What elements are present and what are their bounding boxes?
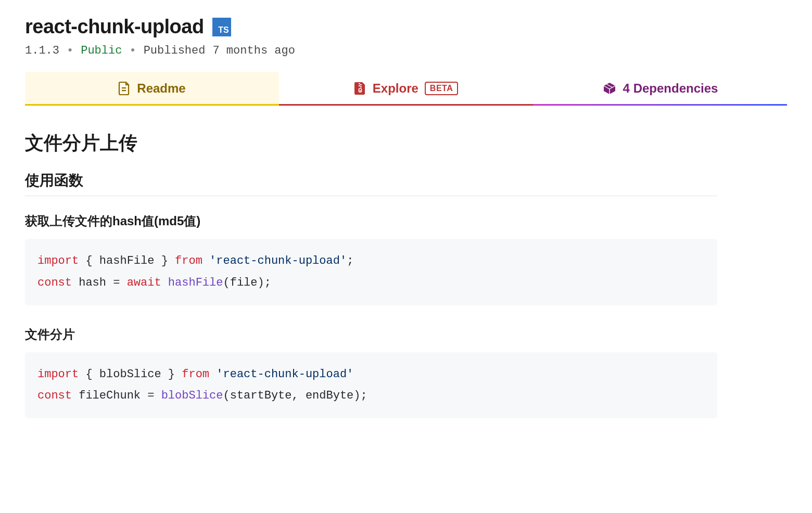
package-meta: 1.1.3 • Public • Published 7 months ago xyxy=(25,44,787,57)
code-token: (file); xyxy=(223,276,271,289)
code-token: blobSlice xyxy=(161,389,223,402)
code-token: fileChunk = xyxy=(72,389,161,402)
separator-dot: • xyxy=(129,44,136,57)
package-version: 1.1.3 xyxy=(25,44,59,57)
typescript-badge-icon: TS xyxy=(212,18,231,36)
file-text-icon xyxy=(118,81,131,96)
svg-rect-4 xyxy=(359,85,360,86)
svg-point-7 xyxy=(360,90,361,91)
code-token: const xyxy=(37,276,72,289)
code-block-hashfile[interactable]: import { hashFile } from 'react-chunk-up… xyxy=(25,239,717,305)
package-box-icon xyxy=(602,81,617,96)
tab-explore-label: Explore xyxy=(373,81,418,96)
code-token: hashFile xyxy=(168,276,223,289)
code-token: (startByte, endByte); xyxy=(223,389,367,402)
code-token: from xyxy=(182,368,209,381)
deps-count: 4 xyxy=(623,81,630,95)
code-token: ; xyxy=(347,254,353,267)
published-ago[interactable]: 7 months ago xyxy=(212,44,295,57)
package-visibility: Public xyxy=(81,44,122,57)
tab-dependencies[interactable]: 4 Dependencies xyxy=(533,72,787,106)
readme-content: 文件分片上传 使用函数 获取上传文件的hash值(md5值) import { … xyxy=(25,106,717,418)
tab-bar: Readme Explore BETA xyxy=(25,72,787,106)
tab-readme[interactable]: Readme xyxy=(25,72,279,106)
section-blobslice-heading: 文件分片 xyxy=(25,326,717,343)
readme-h1: 文件分片上传 xyxy=(25,131,717,156)
package-title: react-chunk-upload xyxy=(25,16,204,38)
code-token xyxy=(161,276,168,289)
separator-dot: • xyxy=(67,44,73,57)
tab-deps-label: Dependencies xyxy=(633,81,718,95)
code-token: import xyxy=(37,368,79,381)
code-token: from xyxy=(175,254,202,267)
tab-readme-label: Readme xyxy=(137,81,185,96)
code-token: 'react-chunk-upload' xyxy=(209,368,353,381)
section-hashfile-heading: 获取上传文件的hash值(md5值) xyxy=(25,213,717,229)
svg-rect-2 xyxy=(359,83,360,84)
zip-file-icon xyxy=(354,81,366,96)
code-token: { hashFile } xyxy=(79,254,175,267)
code-token: const xyxy=(37,389,72,402)
svg-rect-5 xyxy=(360,86,362,87)
tab-explore[interactable]: Explore BETA xyxy=(279,72,533,106)
published-label: Published xyxy=(144,44,206,57)
svg-rect-3 xyxy=(360,84,362,85)
code-token: await xyxy=(127,276,161,289)
code-token: import xyxy=(37,254,79,267)
code-token: 'react-chunk-upload' xyxy=(202,254,347,267)
code-token: { blobSlice } xyxy=(79,368,182,381)
code-token: hash = xyxy=(72,276,127,289)
readme-h2: 使用函数 xyxy=(25,171,717,196)
code-block-blobslice[interactable]: import { blobSlice } from 'react-chunk-u… xyxy=(25,352,717,419)
beta-badge: BETA xyxy=(425,82,458,95)
